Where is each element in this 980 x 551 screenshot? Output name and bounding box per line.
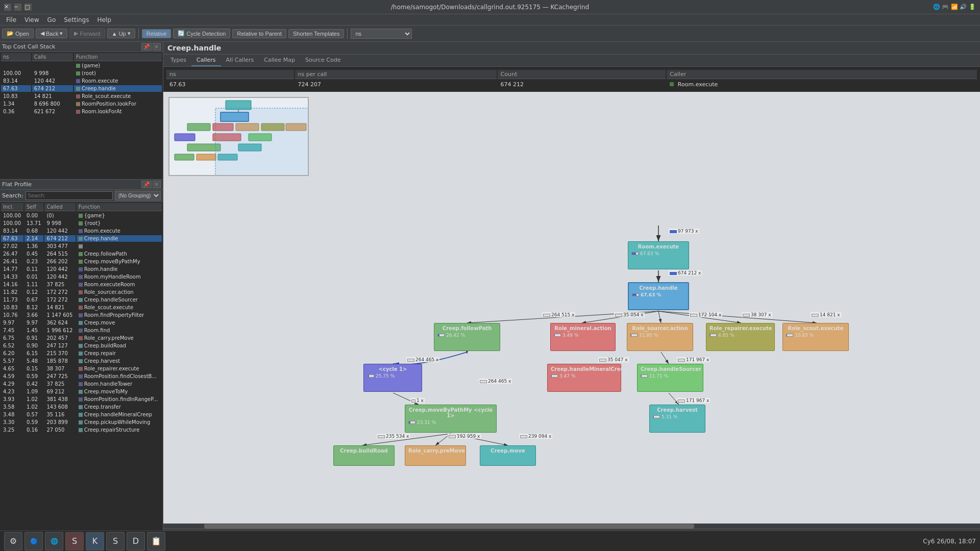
flat-profile-row[interactable]: 83.14 0.68 120 442 Room.execute <box>1 228 162 234</box>
call-stack-row[interactable]: 10.83 14 821 Role_scout.execute <box>1 93 162 99</box>
menu-file[interactable]: File <box>2 15 20 24</box>
cycle-detection-button[interactable]: 🔄 Cycle Detection <box>173 29 230 38</box>
fp-controls[interactable]: 📌 ✕ <box>141 181 161 188</box>
menu-view[interactable]: View <box>20 15 43 24</box>
minimize-button[interactable]: ─ <box>14 4 21 11</box>
panel-controls[interactable]: 📌 ✕ <box>141 43 161 51</box>
minimap[interactable] <box>168 97 309 176</box>
call-stack-row[interactable]: 100.00 9 998 (root) <box>1 70 162 77</box>
node-room-execute[interactable]: Room.execute 67.63 % <box>628 241 689 269</box>
maximize-button[interactable]: □ <box>24 4 32 11</box>
relative-to-parent-button[interactable]: Relative to Parent <box>232 29 286 38</box>
node-creep-handle-sourcer[interactable]: Creep.handleSourcer 11.71 % <box>637 364 703 392</box>
node-creep-handle[interactable]: Creep.handle 67.63 % <box>628 282 689 310</box>
call-stack-row[interactable]: 0.36 621 672 Room.lookForAt <box>1 108 162 115</box>
menu-go[interactable]: Go <box>43 15 60 24</box>
col-called[interactable]: Called <box>44 203 75 211</box>
fp-close[interactable]: ✕ <box>153 181 161 188</box>
flat-profile-row[interactable]: 3.58 1.02 143 608 Creep.transfer <box>1 404 162 410</box>
flat-profile-row[interactable]: 11.73 0.67 172 272 Creep.handleSourcer <box>1 296 162 303</box>
tab-source-code[interactable]: Source Code <box>300 55 346 66</box>
close-button[interactable]: ✕ <box>4 4 11 11</box>
taskbar-app3[interactable]: S <box>65 532 84 550</box>
call-stack-row[interactable]: (game) <box>1 62 162 69</box>
flat-profile-row[interactable]: 3.25 0.16 27 050 Creep.repairStructure <box>1 427 162 433</box>
callers-col-ns[interactable]: ns <box>166 70 294 79</box>
tab-callers[interactable]: Callers <box>191 55 221 66</box>
col-calls[interactable]: Calls <box>32 53 73 61</box>
tab-callee-map[interactable]: Callee Map <box>259 55 300 66</box>
fp-pin[interactable]: 📌 <box>141 181 152 188</box>
node-creep-followpath[interactable]: Creep.followPath 26.42 % <box>434 323 500 351</box>
horizontal-scrollbar[interactable] <box>163 523 980 529</box>
event-type-select[interactable]: ns <box>351 29 412 39</box>
forward-button[interactable]: ▶ Forward <box>69 29 105 38</box>
search-input[interactable] <box>26 191 113 200</box>
open-button[interactable]: 📂 Open <box>2 29 34 38</box>
col-ns[interactable]: ns <box>1 53 31 61</box>
node-role-repairer[interactable]: Role_repairer.execute 4.65 % <box>706 323 775 351</box>
taskbar-app4[interactable]: K <box>86 532 104 550</box>
flat-profile-row[interactable]: 100.00 13.71 9 998 {root} <box>1 220 162 227</box>
flat-profile-row[interactable]: 3.93 1.02 381 438 RoomPosition.findInRan… <box>1 396 162 403</box>
flat-profile-row[interactable]: 3.30 0.59 203 899 Creep.pickupWhileMovin… <box>1 419 162 425</box>
flat-profile-row[interactable]: 5.57 5.48 185 878 Creep.harvest <box>1 358 162 364</box>
call-stack-row[interactable]: 1.34 8 696 800 RoomPosition.lookFor <box>1 101 162 107</box>
flat-profile-row[interactable]: 14.16 1.11 37 825 Room.executeRoom <box>1 281 162 288</box>
flat-profile-row[interactable]: 4.59 0.59 247 725 RoomPosition.findClose… <box>1 373 162 380</box>
relative-button[interactable]: Relative <box>142 29 172 38</box>
window-controls[interactable]: ✕ ─ □ <box>4 4 32 11</box>
taskbar-settings[interactable]: ⚙ <box>4 532 22 550</box>
call-stack-row[interactable]: 67.63 674 212 Creep.handle <box>1 85 162 92</box>
node-creep-buildroad[interactable]: Creep.buildRoad <box>333 445 395 466</box>
node-creep-harvest[interactable]: Creep.harvest 5.31 % <box>649 405 705 433</box>
flat-profile-row[interactable]: 14.33 0.01 120 442 Room.myHandleRoom <box>1 273 162 280</box>
call-stack-row[interactable]: 83.14 120 442 Room.execute <box>1 78 162 84</box>
callers-col-caller[interactable]: Caller <box>667 70 977 79</box>
col-incl[interactable]: Incl. <box>1 203 23 211</box>
flat-profile-row[interactable]: 4.23 1.09 69 212 Creep.moveToMy <box>1 388 162 395</box>
grouping-select[interactable]: (No Grouping) <box>115 191 161 201</box>
flat-profile-row[interactable]: 9.97 9.97 362 624 Creep.move <box>1 319 162 326</box>
node-role-sourcer[interactable]: Role_sourcer.action 11.80 % <box>627 323 693 351</box>
flat-profile-row[interactable]: 26.41 0.23 266 202 Creep.moveByPathMy <box>1 258 162 265</box>
flat-profile-row[interactable]: 10.83 8.12 14 821 Role_scout.execute <box>1 304 162 311</box>
taskbar-app6[interactable]: D <box>127 532 145 550</box>
flat-profile-row[interactable]: 6.52 0.90 247 127 Creep.buildRoad <box>1 342 162 349</box>
flat-profile-row[interactable]: 6.75 0.91 202 457 Role_carry.preMove <box>1 335 162 341</box>
col-function[interactable]: Function <box>74 53 162 61</box>
flat-profile-row[interactable]: 26.47 0.45 264 515 Creep.followPath <box>1 251 162 257</box>
node-cycle1[interactable]: <cycle 1> 25.75 % <box>363 364 422 392</box>
back-button[interactable]: ◀ Back ▾ <box>36 29 67 38</box>
taskbar-app5[interactable]: S <box>106 532 125 550</box>
flat-profile-row[interactable]: 100.00 0.00 (0) {game} <box>1 212 162 219</box>
up-button[interactable]: ▲ Up ▾ <box>107 29 135 38</box>
shorten-templates-button[interactable]: Shorten Templates <box>288 29 345 38</box>
tab-all-callers[interactable]: All Callers <box>221 55 259 66</box>
callers-row[interactable]: 67.63 724 207 674 212 Room.execute <box>166 80 977 89</box>
callgraph[interactable]: Room.execute 67.63 % Creep.handle 67.63 … <box>163 92 980 529</box>
menu-settings[interactable]: Settings <box>60 15 93 24</box>
node-role-scout[interactable]: Role_scout.execute 10.83 % <box>782 323 849 351</box>
flat-profile-row[interactable]: 11.82 0.12 172 272 Role_sourcer.action <box>1 289 162 295</box>
flat-profile-row[interactable]: 10.76 3.66 1 147 605 Room.findPropertyFi… <box>1 312 162 318</box>
node-creep-movebypathmy[interactable]: Creep.moveByPathMy <cycle 1> 23.31 % <box>405 405 497 433</box>
node-role-mineral[interactable]: Role_mineral.action 3.49 % <box>550 323 616 351</box>
flat-profile-row[interactable]: 7.45 1.45 1 996 612 Room.find <box>1 327 162 334</box>
panel-close[interactable]: ✕ <box>153 43 161 51</box>
tab-types[interactable]: Types <box>165 55 191 66</box>
node-creep-handle-mineral[interactable]: Creep.handleMineralCreep 3.47 % <box>547 364 621 392</box>
flat-profile-row[interactable]: 4.29 0.42 37 825 Room.handleTower <box>1 381 162 387</box>
taskbar-app2[interactable]: 🌐 <box>45 532 63 550</box>
callers-col-ns-per-call[interactable]: ns per call <box>295 70 497 79</box>
panel-pin[interactable]: 📌 <box>141 43 152 51</box>
menu-help[interactable]: Help <box>93 15 115 24</box>
flat-profile-row[interactable]: 6.20 6.15 215 370 Creep.repair <box>1 350 162 357</box>
taskbar-app7[interactable]: 📋 <box>147 532 165 550</box>
taskbar-app1[interactable]: 🔵 <box>24 532 43 550</box>
col-func[interactable]: Function <box>77 203 162 211</box>
callers-col-count[interactable]: Count <box>498 70 666 79</box>
node-role-carry-premove[interactable]: Role_carry.preMove <box>405 445 466 466</box>
col-self[interactable]: Self <box>24 203 43 211</box>
flat-profile-row[interactable]: 27.02 1.36 303 477 <box>1 243 162 249</box>
